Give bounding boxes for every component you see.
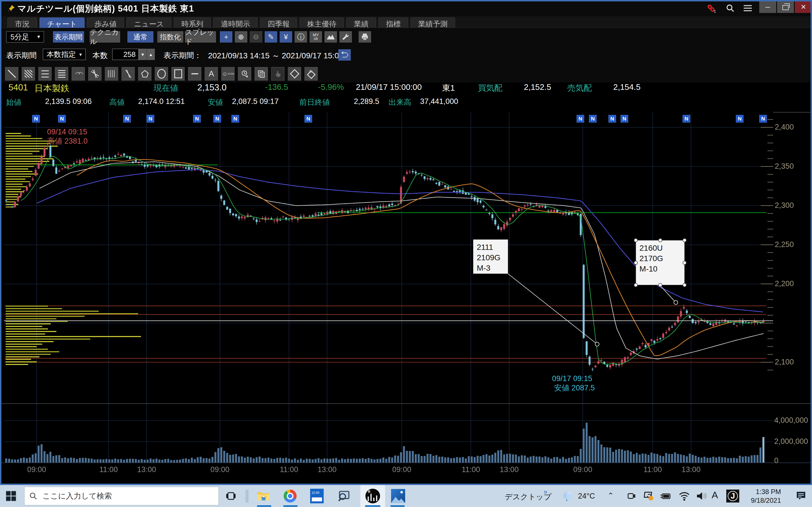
zoom-out-icon[interactable]: ⊖ <box>250 31 262 43</box>
toolbar-button-通常[interactable]: 通常 <box>128 31 153 43</box>
draw-tool-trendline-icon[interactable] <box>5 67 18 80</box>
date-range: 2021/09/13 14:15 ～ 2021/09/17 15:00 <box>208 50 343 61</box>
clock-date: 9/18/2021 <box>744 496 781 505</box>
minimize-button[interactable]: ─ <box>759 1 776 13</box>
current-label: 現在値 <box>154 82 178 94</box>
toolbar-button-表示期間[interactable]: 表示期間 <box>53 31 84 43</box>
battery-icon[interactable] <box>658 488 674 504</box>
open-label: 始値 <box>6 97 21 107</box>
volume-label: 出来高 <box>389 97 411 107</box>
taskbar: ここに入力して検索 12:00 R <box>0 485 812 507</box>
running-indicator <box>391 505 405 507</box>
open-value: 2,139.5 09:06 <box>45 97 92 106</box>
bar-count-value: 258 <box>123 50 136 59</box>
crosshair-icon[interactable]: + <box>220 31 232 43</box>
chevron-down-icon: ▼ <box>79 52 83 57</box>
taskbar-search-input[interactable]: ここに入力して検索 <box>24 487 219 505</box>
close-button[interactable]: ✕ <box>795 1 812 13</box>
ime-j-indicator[interactable]: J <box>726 490 739 503</box>
yen-icon[interactable]: ¥ <box>280 31 292 43</box>
draw-tool-pentagon-icon[interactable] <box>138 67 151 80</box>
bar-count-input[interactable]: 258 <box>112 49 139 60</box>
running-indicator <box>365 505 380 507</box>
chrome-icon[interactable] <box>282 488 298 504</box>
settings-wrench-icon[interactable] <box>340 31 352 43</box>
timeframe-select[interactable]: 5分足▼ <box>6 31 44 43</box>
count-label: 本数 <box>93 50 108 61</box>
draw-tool-ellipse-icon[interactable] <box>155 67 168 80</box>
count-increment-button[interactable]: ▲ <box>147 49 155 60</box>
toolbar-button-指数化[interactable]: 指数化 <box>157 31 183 43</box>
window-border-left <box>0 0 1 485</box>
draw-tool-fibonacci-arcs-icon[interactable]: ◠◠ <box>71 67 85 80</box>
taskbar-clock[interactable]: 1:38 PM 9/18/2021 <box>744 487 781 505</box>
remote-viewer-icon[interactable] <box>336 488 352 504</box>
start-button[interactable] <box>5 490 17 502</box>
draw-tool-h-segment-icon[interactable] <box>188 67 201 80</box>
draw-tool-text-icon[interactable]: A <box>205 67 218 80</box>
toolbar-button-テクニカル[interactable]: テクニカル <box>90 31 120 43</box>
volume-value: 37,441,000 <box>420 97 458 106</box>
count-decrement-button[interactable]: ▼ <box>139 49 147 60</box>
chart-toolbar: 5分足▼ 表示期間テクニカル通常指数化スプレッド +⊕⊖✎¥ⓘMYıılı <box>0 28 812 45</box>
quote-datetime: 21/09/17 15:00:00 <box>356 82 422 92</box>
draw-tool-parallel-lines-icon[interactable] <box>22 67 35 80</box>
period-bar: 表示期間 本数指定▼ 本数 258 ▼ ▲ 表示期間： 2021/09/13 1… <box>0 45 812 63</box>
draw-tool-time-cycle-icon[interactable] <box>238 67 251 80</box>
taskbar-divider <box>246 490 246 503</box>
menu-icon[interactable] <box>742 2 754 14</box>
draw-tool-icon-stamp-icon[interactable]: ☺ICON <box>221 67 235 80</box>
draw-pencil-icon[interactable]: ✎ <box>265 31 277 43</box>
draw-tool-angle-lines-icon[interactable] <box>121 67 135 80</box>
ask-label: 売気配 <box>567 82 592 94</box>
zoom-in-icon[interactable]: ⊕ <box>235 31 247 43</box>
draw-tool-v-lines-icon[interactable] <box>105 67 118 80</box>
search-icon <box>29 492 38 500</box>
draw-tool-fan-lines-icon[interactable] <box>88 67 101 80</box>
bid-label: 買気配 <box>478 82 502 94</box>
low-value: 2,087.5 09:17 <box>232 97 278 106</box>
file-explorer-icon[interactable] <box>255 488 271 504</box>
draw-tool-copy-list-icon[interactable] <box>255 67 268 80</box>
high-label: 高値 <box>109 97 124 107</box>
window-border-right <box>811 0 812 485</box>
taskbar-divider <box>248 490 248 503</box>
photos-app-icon[interactable] <box>390 488 406 504</box>
camera-tray-icon[interactable] <box>623 488 640 504</box>
task-view-button[interactable] <box>223 488 239 504</box>
price-change-pct: -5.96% <box>318 82 344 92</box>
draw-tool-rectangle-icon[interactable] <box>171 67 185 80</box>
draw-tool-eraser-text-icon[interactable]: A <box>305 67 318 80</box>
my-chart-icon[interactable]: MYıılı <box>310 31 322 43</box>
sync-tray-icon[interactable] <box>641 488 657 504</box>
draw-tool-h-lines-4-icon[interactable] <box>55 67 68 80</box>
show-hidden-icons[interactable]: ⌃ <box>608 491 614 500</box>
print-icon[interactable] <box>359 31 371 43</box>
restore-button[interactable] <box>777 1 794 13</box>
link-icon[interactable]: 1 <box>705 2 717 14</box>
draw-tool-eraser-icon[interactable] <box>288 67 301 80</box>
search-icon[interactable] <box>724 2 737 14</box>
main-tabs: 市況チャート歩み値ニュース時系列適時開示四季報株主優待業績指標業績予測 <box>0 16 812 28</box>
draw-tool-h-lines-3-icon[interactable] <box>38 67 52 80</box>
wifi-icon[interactable] <box>676 488 693 504</box>
speaker-icon[interactable] <box>693 488 709 504</box>
drawing-toolbar: ◠◠A☺ICONA <box>0 63 812 82</box>
stock-name: 日本製鉄 <box>35 82 69 94</box>
ime-mode-indicator[interactable]: A <box>712 490 718 501</box>
count-mode-value: 本数指定 <box>47 50 76 59</box>
titlebar[interactable]: マルチツール(個別銘柄) 5401 日本製鉄 東1 1 ─ ✕ <box>0 0 812 16</box>
weather-temp[interactable]: 24°C <box>578 492 595 501</box>
window-border-top <box>0 0 812 1</box>
info-icon[interactable]: ⓘ <box>295 31 307 43</box>
weather-icon[interactable] <box>560 488 576 504</box>
toolbar-chevron[interactable]: » <box>544 488 547 496</box>
area-chart-icon[interactable] <box>324 31 337 43</box>
action-center-icon[interactable] <box>793 488 809 504</box>
trading-app-icon[interactable]: 12:00 <box>309 488 325 504</box>
marketspeed-app-icon[interactable]: R <box>364 488 381 504</box>
draw-tool-hand-icon[interactable] <box>271 67 285 80</box>
toolbar-button-スプレッド[interactable]: スプレッド <box>185 31 216 43</box>
count-mode-select[interactable]: 本数指定▼ <box>43 49 86 60</box>
reset-period-button[interactable]: ⮌ <box>338 49 351 61</box>
